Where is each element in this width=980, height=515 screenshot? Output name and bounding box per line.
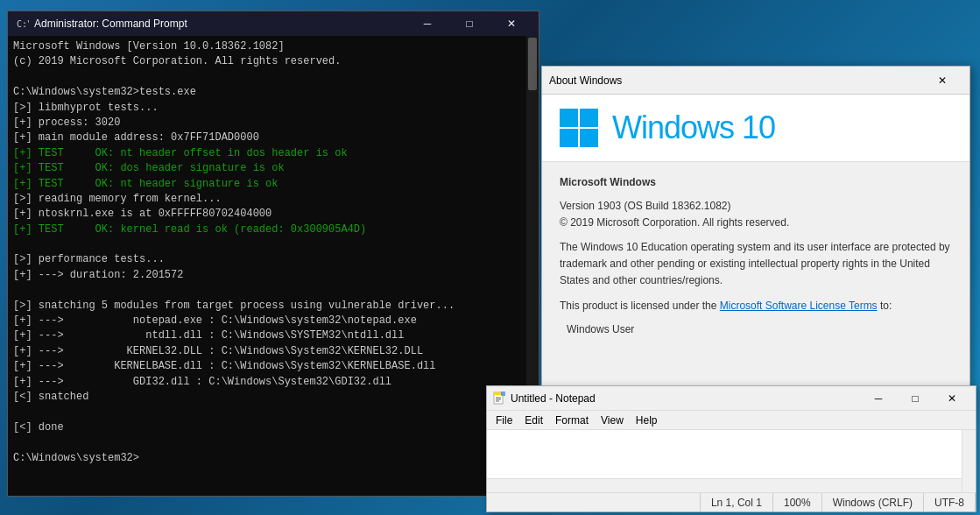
notepad-menubar: File Edit Format View Help (487, 411, 976, 430)
windows-logo (560, 109, 598, 147)
cmd-line: C:\Windows\system32> (13, 451, 533, 466)
notepad-menu-file[interactable]: File (490, 413, 518, 428)
notepad-icon (492, 392, 506, 406)
notepad-window: Untitled - Notepad ─ □ ✕ File Edit Forma… (486, 385, 976, 512)
notepad-menu-view[interactable]: View (596, 413, 629, 428)
cmd-line (13, 405, 533, 420)
cmd-line: Microsoft Windows [Version 10.0.18362.10… (13, 39, 533, 54)
notepad-body[interactable] (487, 430, 976, 492)
cmd-line: [+] TEST OK: nt header signature is ok (13, 177, 533, 192)
about-header: Windows 10 (542, 95, 969, 162)
notepad-cursor-position: Ln 1, Col 1 (701, 493, 773, 511)
cmd-minimize-button[interactable]: ─ (407, 11, 448, 36)
notepad-maximize-button[interactable]: □ (897, 386, 934, 411)
license-link[interactable]: Microsoft Software License Terms (720, 300, 878, 312)
notepad-zoom-level: 100% (773, 493, 822, 511)
notepad-titlebar: Untitled - Notepad ─ □ ✕ (487, 386, 976, 411)
windows-logo-grid (560, 109, 598, 147)
cmd-line: [>] snatching 5 modules from target proc… (13, 299, 533, 314)
cmd-line: [+] TEST OK: dos header signature is ok (13, 161, 533, 176)
cmd-scroll-thumb[interactable] (528, 38, 537, 90)
microsoft-windows-label: Microsoft Windows (560, 176, 656, 188)
about-body: Windows 10 Microsoft Windows Version 190… (542, 95, 969, 415)
notepad-menu-edit[interactable]: Edit (519, 413, 548, 428)
about-close-button[interactable]: ✕ (922, 67, 962, 95)
cmd-line: [<] done (13, 420, 533, 435)
license-section: This product is licensed under the Micro… (560, 298, 952, 338)
cmd-line: [+] ---> GDI32.dll : C:\Windows\System32… (13, 375, 533, 390)
notepad-title: Untitled - Notepad (511, 392, 860, 405)
cmd-line (13, 237, 533, 252)
cmd-line: [>] reading memory from kernel... (13, 192, 533, 207)
cmd-line: [+] TEST OK: kernel read is ok (readed: … (13, 222, 533, 237)
license-to: to: (880, 300, 892, 312)
about-content: Microsoft Windows Version 1903 (OS Build… (542, 162, 969, 415)
cmd-line: [+] process: 3020 (13, 116, 533, 131)
licensed-user: Windows User (567, 321, 952, 338)
about-description: The Windows 10 Education operating syste… (560, 239, 952, 290)
notepad-controls: ─ □ ✕ (860, 386, 970, 411)
about-windows-dialog: About Windows ✕ Windows 10 Microsoft Win… (541, 66, 970, 416)
logo-pane-4 (580, 129, 598, 147)
cmd-line: C:\Windows\system32>tests.exe (13, 85, 533, 100)
notepad-scrollbar-vertical[interactable] (962, 430, 976, 492)
about-titlebar: About Windows ✕ (542, 67, 969, 95)
notepad-encoding: UTF-8 (924, 493, 976, 511)
cmd-line: [>] libmhyprot tests... (13, 101, 533, 116)
about-version: Version 1903 (OS Build 18362.1082) (560, 200, 730, 212)
cmd-line: (c) 2019 Microsoft Corporation. All righ… (13, 54, 533, 69)
notepad-menu-format[interactable]: Format (550, 413, 594, 428)
cmd-maximize-button[interactable]: □ (449, 11, 490, 36)
notepad-scrollbar-horizontal[interactable] (487, 478, 962, 492)
about-title: About Windows (549, 74, 922, 87)
cmd-body[interactable]: Microsoft Windows [Version 10.0.18362.10… (8, 36, 539, 496)
cmd-line: [+] main module address: 0x7FF71DAD0000 (13, 131, 533, 145)
cmd-title: Administrator: Command Prompt (34, 18, 407, 30)
notepad-menu-help[interactable]: Help (631, 413, 663, 428)
cmd-line: [+] ntoskrnl.exe is at 0xFFFFF8070240400… (13, 207, 533, 222)
cmd-line (13, 435, 533, 450)
cmd-icon: C:\ (15, 17, 29, 31)
logo-pane-3 (560, 129, 578, 147)
logo-pane-1 (560, 109, 578, 127)
cmd-line (13, 283, 533, 298)
cmd-line: [+] ---> ntdll.dll : C:\Windows\SYSTEM32… (13, 328, 533, 343)
cmd-line: [+] ---> KERNEL32.DLL : C:\Windows\Syste… (13, 344, 533, 359)
cmd-line (13, 70, 533, 85)
about-copyright: © 2019 Microsoft Corporation. All rights… (560, 216, 789, 229)
cmd-line: [+] ---> duration: 2.201572 (13, 268, 533, 283)
cmd-window: C:\ Administrator: Command Prompt ─ □ ✕ … (7, 11, 539, 497)
notepad-close-button[interactable]: ✕ (934, 386, 970, 411)
notepad-line-ending: Windows (CRLF) (822, 493, 924, 511)
notepad-statusbar: Ln 1, Col 1 100% Windows (CRLF) UTF-8 (487, 492, 976, 511)
windows-brand: Windows 10 (612, 109, 775, 146)
notepad-status-spacer (487, 493, 701, 511)
cmd-line: [+] ---> notepad.exe : C:\Windows\system… (13, 314, 533, 328)
svg-text:C:\: C:\ (17, 19, 29, 29)
cmd-window-controls: ─ □ ✕ (407, 11, 532, 36)
cmd-titlebar: C:\ Administrator: Command Prompt ─ □ ✕ (8, 11, 539, 36)
cmd-close-button[interactable]: ✕ (491, 11, 532, 36)
cmd-line: [>] performance tests... (13, 252, 533, 267)
license-text: This product is licensed under the (560, 300, 716, 312)
cmd-line: [<] snatched (13, 390, 533, 405)
cmd-line: [+] ---> KERNELBASE.dll : C:\Windows\Sys… (13, 359, 533, 374)
logo-pane-2 (580, 109, 598, 127)
svg-rect-7 (501, 392, 505, 396)
cmd-line: [+] TEST OK: nt header offset in dos hea… (13, 146, 533, 161)
notepad-minimize-button[interactable]: ─ (860, 386, 897, 411)
